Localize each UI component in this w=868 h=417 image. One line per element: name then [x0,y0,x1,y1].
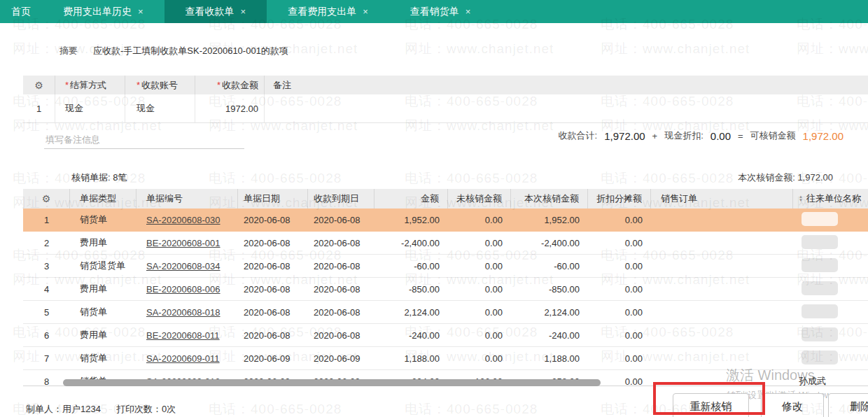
col-amount: 收款金额 [222,79,258,92]
row-index: 4 [23,284,70,295]
verify-table-header: ⚙ 单据类型 单据编号 单据日期 收款到期日 金额 未核销金额 本次核销金额 折… [23,189,868,208]
this-verify-amount: 2,124.00 [511,307,588,318]
close-icon[interactable]: × [363,7,368,16]
table-row[interactable]: 3 销货退货单 SA-20200608-034 2020-06-08 2020-… [23,255,868,278]
table-row[interactable]: 1 销货单 SA-20200608-030 2020-06-08 2020-06… [23,208,868,232]
plus-sign: + [652,131,658,141]
unverified-amount: 0.00 [448,330,511,341]
tab-home[interactable]: 首页 [0,0,42,23]
available-amount: 1,972.00 [803,130,844,142]
doc-type: 费用单 [70,236,136,249]
discount-share: 0.00 [588,330,651,341]
doc-type: 销货单 [70,352,136,365]
print-count: 打印次数：0次 [116,404,176,414]
delete-button[interactable]: 删除 [828,393,868,417]
required-mark: * [217,80,220,90]
doc-link[interactable]: BE-20200608-001 [146,238,220,248]
this-verify-amount: -2,400.00 [511,238,588,248]
due-date: 2020-06-08 [308,307,374,318]
this-verify-amount: -240.00 [511,330,588,341]
payment-row[interactable]: 1 现金 现金 1972.00 [23,94,868,123]
unverified-amount: 0.00 [448,284,511,295]
col-this-verify: 本次核销金额 [511,189,588,208]
verify-count: 核销单据: 8笔 [71,171,127,184]
verify-table-body: 1 销货单 SA-20200608-030 2020-06-08 2020-06… [23,208,868,386]
verify-amount-label: 本次核销金额: [738,172,795,183]
this-verify-amount: 1,952.00 [511,215,588,225]
amount: 1,188.00 [374,353,448,364]
equals-sign: = [738,131,743,141]
row-index: 7 [23,353,70,364]
modify-button[interactable]: 修改 [761,393,824,417]
close-icon[interactable]: × [465,7,471,16]
doc-date: 2020-06-08 [238,261,308,271]
col-due-date: 收款到期日 [308,189,374,208]
doc-type: 销货单 [70,213,136,226]
amount-cell[interactable]: 1972.00 [195,94,265,122]
settle-method-cell[interactable]: 现金 [55,94,125,122]
footer-info: 制单人：用户1234打印次数：0次 [26,403,191,416]
tab-view-expense[interactable]: 查看费用支出单× [267,0,389,23]
close-icon[interactable]: × [138,7,144,16]
unverified-amount: 0.00 [448,261,511,271]
col-doc-no: 单据编号 [136,189,238,208]
horizontal-scrollbar[interactable] [63,379,601,386]
table-row[interactable]: 6 费用单 BE-20200608-011 2020-06-08 2020-06… [23,324,868,347]
row-index: 1 [23,215,70,225]
gear-icon[interactable]: ⚙ [34,80,43,91]
doc-link[interactable]: SA-20200609-011 [146,353,220,364]
due-date: 2020-06-08 [308,284,374,295]
col-discount-share: 折扣分摊额 [588,189,651,208]
unverified-amount: 0.00 [448,353,511,364]
doc-maker: 制单人：用户1234 [26,404,101,414]
tab-view-sales[interactable]: 查看销货单× [389,0,492,23]
remark-input[interactable] [44,130,244,149]
required-mark: * [65,80,69,90]
redacted-customer [802,258,838,272]
close-icon[interactable]: × [241,7,246,16]
doc-link[interactable]: SA-20200608-018 [146,307,220,318]
tab-label: 查看销货单 [410,6,459,18]
amount: -850.00 [374,284,448,295]
redacted-customer [802,212,838,226]
doc-date: 2020-06-08 [238,284,308,295]
required-mark: * [136,80,140,90]
tab-view-receipt[interactable]: 查看收款单× [164,0,267,23]
col-doc-date: 单据日期 [238,189,308,208]
unverified-amount: 0.00 [448,215,511,225]
discount-amount: 0.00 [710,130,731,142]
doc-link[interactable]: SA-20200608-030 [146,215,220,225]
unverified-amount: 0.00 [448,238,511,248]
doc-link[interactable]: BE-20200608-006 [146,284,220,295]
account-cell[interactable]: 现金 [125,94,195,122]
col-amount: 金额 [374,189,448,208]
row-index: 6 [23,330,70,341]
row-index: 5 [23,307,70,318]
doc-type: 费用单 [70,329,136,341]
col-sales-order: 销售订单 [651,189,793,208]
summary-value: 应收款-手工填制收款单SK-20200610-001的款项 [93,45,288,56]
tab-bar: 首页 费用支出单历史× 查看收款单× 查看费用支出单× 查看销货单× [0,0,868,23]
col-remark: 备注 [273,80,291,90]
gear-icon[interactable]: ⚙ [42,193,51,204]
due-date: 2020-06-08 [308,215,374,225]
payment-table-header: ⚙ *结算方式 *收款账号 *收款金额 备注 [23,76,868,94]
verify-amount-line: 本次核销金额: 1,972.00 [738,171,833,184]
table-row[interactable]: 2 费用单 BE-20200608-001 2020-06-08 2020-06… [23,232,868,255]
col-account: 收款账号 [141,79,178,92]
tab-expense-history[interactable]: 费用支出单历史× [42,0,164,23]
totals-line: 收款合计: 1,972.00 + 现金折扣: 0.00 = 可核销金额 1,97… [559,129,844,142]
summary-row: 摘要应收款-手工填制收款单SK-20200610-001的款项 [59,45,288,57]
doc-type: 费用单 [70,283,136,295]
doc-link[interactable]: SA-20200608-034 [146,261,220,271]
discount-share: 0.00 [588,307,651,318]
discount-share: 0.00 [588,261,651,271]
doc-date: 2020-06-08 [238,238,308,248]
col-unverified: 未核销金额 [448,189,511,208]
table-row[interactable]: 4 费用单 BE-20200608-006 2020-06-08 2020-06… [23,278,868,301]
doc-link[interactable]: BE-20200608-011 [146,330,220,341]
table-row[interactable]: 5 销货单 SA-20200608-018 2020-06-08 2020-06… [23,301,868,324]
sort-icon[interactable]: ▲▼ [799,195,803,202]
reverify-button[interactable]: 重新核销 [673,393,749,417]
tab-label: 查看费用支出单 [288,6,356,18]
